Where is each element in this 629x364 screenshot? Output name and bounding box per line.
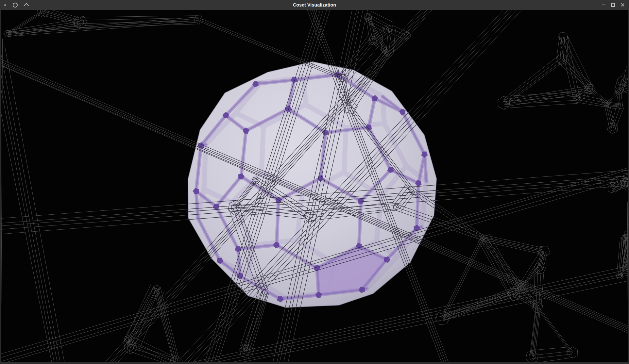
close-button[interactable] (620, 3, 625, 7)
minimize-button[interactable] (602, 5, 605, 5)
maximize-button[interactable] (611, 3, 615, 7)
record-circle-icon[interactable] (13, 3, 18, 8)
app-window: Coset Visualization (0, 0, 629, 364)
titlebar-right-controls (602, 0, 625, 10)
window-title: Coset Visualization (293, 2, 336, 8)
coset-3d-viewport[interactable] (1, 10, 628, 362)
menu-dot-icon[interactable] (4, 4, 6, 6)
titlebar-left-controls (4, 0, 28, 10)
chevron-up-icon[interactable] (24, 3, 29, 8)
window-frame-bottom (0, 362, 629, 364)
titlebar[interactable]: Coset Visualization (0, 0, 629, 10)
window-frame-left (0, 10, 1, 362)
